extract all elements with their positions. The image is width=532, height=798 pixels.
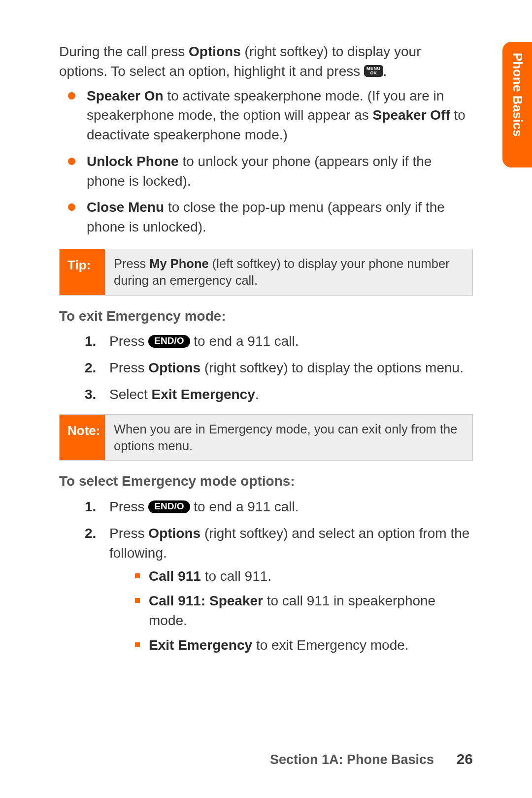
text: Press xyxy=(114,257,149,270)
text: During the call press xyxy=(59,44,189,59)
page-footer: Section 1A: Phone Basics 26 xyxy=(270,751,473,767)
intro-paragraph: During the call press Options (right sof… xyxy=(59,42,473,81)
text: Press xyxy=(109,360,148,375)
text: Press xyxy=(109,499,148,514)
bold: Unlock Phone xyxy=(87,154,179,169)
tip-label: Tip: xyxy=(60,249,105,295)
list-item: Press Options (right softkey) to display… xyxy=(59,358,473,378)
menu-ok-key-icon: MENUOK xyxy=(364,65,383,77)
bold: Options xyxy=(148,526,200,541)
bold: Exit Emergency xyxy=(149,637,252,653)
bold: Options xyxy=(148,360,200,375)
text: to end a 911 call. xyxy=(190,333,299,349)
text: to call 911. xyxy=(201,568,271,584)
note-body: When you are in Emergency mode, you can … xyxy=(105,415,472,461)
bold: My Phone xyxy=(149,257,208,270)
options-bullet-list: Speaker On to activate speakerphone mode… xyxy=(59,86,473,237)
list-item: Close Menu to close the pop-up menu (app… xyxy=(59,198,473,237)
list-item: Unlock Phone to unlock your phone (appea… xyxy=(59,152,473,191)
text: to exit Emergency mode. xyxy=(252,637,408,653)
note-callout: Note: When you are in Emergency mode, yo… xyxy=(59,414,473,461)
list-item: Call 911: Speaker to call 911 in speaker… xyxy=(109,591,473,631)
select-steps: Press END/O to end a 911 call. Press Opt… xyxy=(59,497,473,655)
bold: Close Menu xyxy=(87,200,164,215)
subheading-select: To select Emergency mode options: xyxy=(59,471,473,491)
bold: Speaker On xyxy=(87,88,164,103)
tip-body: Press My Phone (left softkey) to display… xyxy=(105,249,472,295)
key-bot: OK xyxy=(366,71,381,75)
text: Select xyxy=(109,387,152,402)
tip-callout: Tip: Press My Phone (left softkey) to di… xyxy=(59,249,473,296)
exit-steps: Press END/O to end a 911 call. Press Opt… xyxy=(59,332,473,404)
page-content: During the call press Options (right sof… xyxy=(0,0,532,655)
text: Press xyxy=(109,526,148,541)
list-item: Call 911 to call 911. xyxy=(109,566,473,586)
text: (right softkey) to display the options m… xyxy=(200,360,464,375)
bold: Call 911 xyxy=(149,568,201,584)
text: to end a 911 call. xyxy=(190,499,299,514)
sub-options-list: Call 911 to call 911. Call 911: Speaker … xyxy=(109,566,473,655)
page-number: 26 xyxy=(457,751,473,767)
bold: Call 911: Speaker xyxy=(149,593,263,608)
list-item: Press END/O to end a 911 call. xyxy=(59,497,473,517)
list-item: Press Options (right softkey) and select… xyxy=(59,524,473,655)
text: Press xyxy=(109,333,148,349)
bold: Exit Emergency xyxy=(152,387,255,402)
side-tab: Phone Basics xyxy=(502,42,532,167)
text: . xyxy=(383,64,387,79)
note-label: Note: xyxy=(60,415,105,461)
subheading-exit: To exit Emergency mode: xyxy=(59,306,473,326)
list-item: Select Exit Emergency. xyxy=(59,385,473,404)
section-label: Section 1A: Phone Basics xyxy=(270,752,434,767)
list-item: Press END/O to end a 911 call. xyxy=(59,332,473,351)
end-key-icon: END/O xyxy=(148,500,190,513)
text: . xyxy=(255,387,259,402)
bold: Speaker Off xyxy=(373,107,450,123)
side-tab-label: Phone Basics xyxy=(510,53,525,137)
list-item: Exit Emergency to exit Emergency mode. xyxy=(109,635,473,655)
bold-options: Options xyxy=(189,44,241,59)
list-item: Speaker On to activate speakerphone mode… xyxy=(59,86,473,145)
end-key-icon: END/O xyxy=(148,335,190,348)
